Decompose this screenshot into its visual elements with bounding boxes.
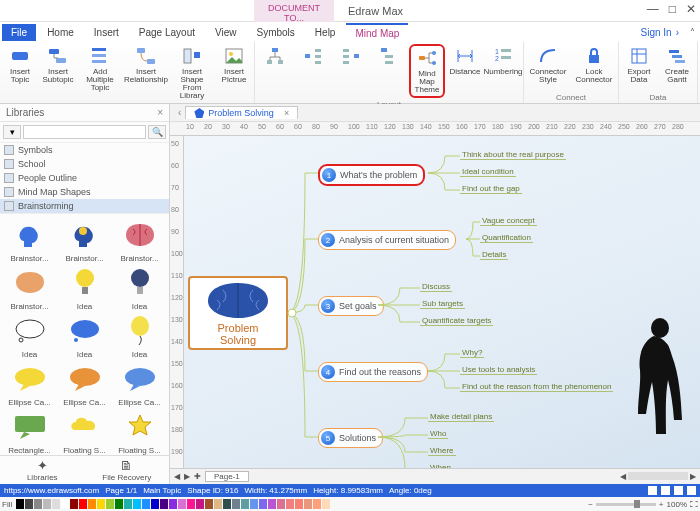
- category-school[interactable]: School: [0, 157, 169, 171]
- bottom-tab-libraries[interactable]: ✦Libraries: [0, 456, 85, 484]
- create-gantt-button[interactable]: CreateGantt: [659, 44, 695, 86]
- close-icon[interactable]: ✕: [686, 2, 696, 16]
- insert-subtopic-button[interactable]: InsertSubtopic: [40, 44, 76, 86]
- leaf-3a[interactable]: Discuss: [420, 282, 452, 292]
- shape-floating-cloud[interactable]: Floating S...: [58, 409, 111, 455]
- color-swatch[interactable]: [268, 499, 276, 509]
- color-swatch[interactable]: [223, 499, 231, 509]
- shape-rectangle-callout[interactable]: Rectangle...: [3, 409, 56, 455]
- mind-map-theme-button[interactable]: Mind MapTheme: [409, 44, 445, 98]
- zoom-slider[interactable]: [596, 503, 656, 506]
- color-swatch[interactable]: [304, 499, 312, 509]
- color-swatch[interactable]: [88, 499, 96, 509]
- color-swatch[interactable]: [313, 499, 321, 509]
- shape-floating-star[interactable]: Floating S...: [113, 409, 166, 455]
- view-mode-4[interactable]: [687, 486, 696, 495]
- page-next-icon[interactable]: ▶: [184, 472, 190, 481]
- color-swatch[interactable]: [43, 499, 51, 509]
- zoom-fit-icon[interactable]: ⛶: [690, 500, 698, 509]
- lock-connector-button[interactable]: LockConnector: [572, 44, 616, 86]
- color-swatch[interactable]: [205, 499, 213, 509]
- leaf-5a[interactable]: Make detail plans: [428, 412, 494, 422]
- color-swatch[interactable]: [214, 499, 222, 509]
- page-tab-1[interactable]: Page-1: [205, 471, 249, 482]
- zoom-out-icon[interactable]: −: [588, 500, 593, 509]
- connector-style-button[interactable]: ConnectorStyle: [526, 44, 570, 86]
- color-swatch[interactable]: [61, 499, 69, 509]
- category-brainstorming[interactable]: Brainstorming: [0, 199, 169, 213]
- tab-insert[interactable]: Insert: [85, 24, 128, 41]
- leaf-1b[interactable]: Ideal condition: [460, 167, 516, 177]
- shape-ellipse-callout-1[interactable]: Ellipse Ca...: [3, 361, 56, 407]
- color-swatch[interactable]: [160, 499, 168, 509]
- color-swatch[interactable]: [97, 499, 105, 509]
- leaf-5b[interactable]: Who: [428, 429, 448, 439]
- layout-style-3[interactable]: [333, 44, 369, 68]
- numbering-button[interactable]: 12Numbering: [485, 44, 521, 78]
- shape-idea-balloon[interactable]: Idea: [113, 313, 166, 359]
- scroll-left-icon[interactable]: ◀: [620, 472, 626, 481]
- tab-help[interactable]: Help: [306, 24, 345, 41]
- layout-style-4[interactable]: [371, 44, 407, 68]
- tab-page-layout[interactable]: Page Layout: [130, 24, 204, 41]
- leaf-1c[interactable]: Find out the gap: [460, 184, 522, 194]
- color-swatch[interactable]: [241, 499, 249, 509]
- color-swatch[interactable]: [295, 499, 303, 509]
- ribbon-collapse-icon[interactable]: ˄: [685, 27, 700, 38]
- category-people-outline[interactable]: People Outline: [0, 171, 169, 185]
- shape-idea-bubble-blue[interactable]: Idea: [58, 313, 111, 359]
- close-panel-icon[interactable]: ×: [157, 107, 163, 118]
- tab-home[interactable]: Home: [38, 24, 83, 41]
- color-swatch[interactable]: [115, 499, 123, 509]
- color-swatch[interactable]: [169, 499, 177, 509]
- leaf-3c[interactable]: Quantificate targets: [420, 316, 493, 326]
- shape-idea-bubble-white[interactable]: Idea: [3, 313, 56, 359]
- insert-picture-button[interactable]: InsertPictrue: [216, 44, 252, 86]
- minimize-icon[interactable]: —: [647, 2, 659, 16]
- shape-idea-bulb-blue[interactable]: Idea: [113, 265, 166, 311]
- color-swatch[interactable]: [196, 499, 204, 509]
- color-swatch[interactable]: [322, 499, 330, 509]
- add-multiple-topic-button[interactable]: Add MultipleTopic: [78, 44, 122, 94]
- color-swatch[interactable]: [52, 499, 60, 509]
- distance-button[interactable]: Distance: [447, 44, 483, 78]
- branch-5[interactable]: 5Solutions: [318, 428, 383, 448]
- color-swatch[interactable]: [178, 499, 186, 509]
- color-swatch[interactable]: [187, 499, 195, 509]
- library-search-input[interactable]: [23, 125, 146, 139]
- branch-3[interactable]: 3Set goals: [318, 296, 384, 316]
- color-swatch[interactable]: [124, 499, 132, 509]
- leaf-3b[interactable]: Sub targets: [420, 299, 465, 309]
- root-node[interactable]: ProblemSolving: [188, 276, 288, 350]
- page-prev-icon[interactable]: ◀: [174, 472, 180, 481]
- color-swatch[interactable]: [250, 499, 258, 509]
- export-data-button[interactable]: ExportData: [621, 44, 657, 86]
- tab-symbols[interactable]: Symbols: [248, 24, 304, 41]
- tab-file[interactable]: File: [2, 24, 36, 41]
- color-swatch[interactable]: [79, 499, 87, 509]
- bottom-tab-file-recovery[interactable]: 🗎File Recovery: [85, 456, 170, 484]
- library-search-button[interactable]: 🔍: [148, 125, 166, 139]
- tabbar-prev-icon[interactable]: ‹: [174, 107, 185, 118]
- color-swatch[interactable]: [259, 499, 267, 509]
- color-swatch[interactable]: [133, 499, 141, 509]
- insert-shape-from-library-button[interactable]: Insert ShapeFrom Library: [170, 44, 214, 102]
- leaf-2c[interactable]: Details: [480, 250, 508, 260]
- document-tab[interactable]: Problem Solving×: [185, 106, 298, 119]
- category-symbols[interactable]: Symbols: [0, 143, 169, 157]
- color-swatch[interactable]: [142, 499, 150, 509]
- color-swatch[interactable]: [232, 499, 240, 509]
- shape-brainstorm-head-2[interactable]: Brainstor...: [58, 217, 111, 263]
- color-swatch[interactable]: [151, 499, 159, 509]
- shape-brainstorm-brain[interactable]: Brainstor...: [113, 217, 166, 263]
- shape-idea-bulb-yellow[interactable]: Idea: [58, 265, 111, 311]
- zoom-in-icon[interactable]: +: [659, 500, 664, 509]
- leaf-1a[interactable]: Think about the real purpose: [460, 150, 566, 160]
- leaf-2b[interactable]: Quantification: [480, 233, 533, 243]
- layout-style-2[interactable]: [295, 44, 331, 68]
- tab-mind-map[interactable]: Mind Map: [346, 23, 408, 42]
- leaf-4c[interactable]: Find out the reason from the phenomenon: [460, 382, 613, 392]
- shape-ellipse-callout-3[interactable]: Ellipse Ca...: [113, 361, 166, 407]
- leaf-2a[interactable]: Vague concept: [480, 216, 537, 226]
- tab-view[interactable]: View: [206, 24, 246, 41]
